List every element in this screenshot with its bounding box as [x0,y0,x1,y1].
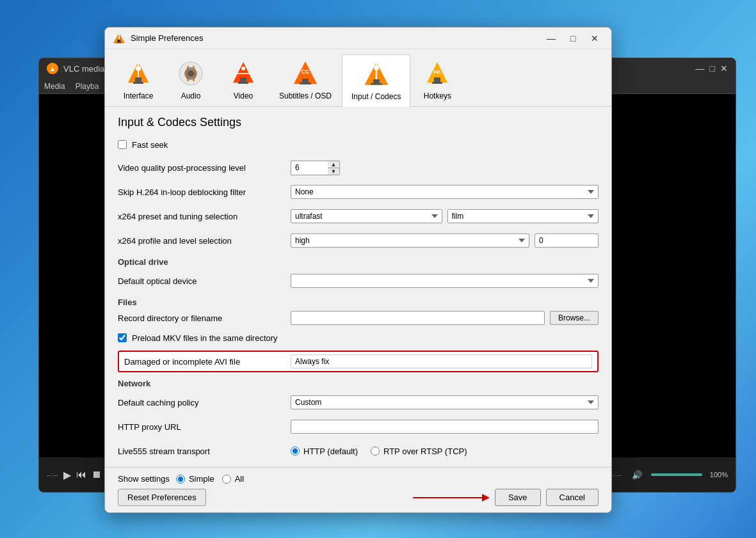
action-buttons: Save Cancel [495,489,599,506]
input-codecs-icon [361,59,392,90]
dialog-title: Simple Preferences [131,33,542,43]
video-quality-spinbox: ▲ ▼ [291,161,599,175]
hotkeys-icon: HK [422,58,453,89]
record-dir-input[interactable] [291,311,545,325]
window-controls: — □ ✕ [542,32,604,45]
tab-audio-label: Audio [181,91,201,100]
preload-mkv-label: Preload MKV files in the same directory [132,333,278,343]
http-proxy-input[interactable] [291,420,599,434]
dialog-titlebar: Simple Preferences — □ ✕ [105,28,611,49]
svg-rect-15 [238,82,248,84]
svg-rect-7 [133,82,143,84]
tab-interface[interactable]: Interface [113,54,164,106]
default-optical-label: Default optical device [118,276,291,286]
x264-preset-row: x264 preset and tuning selection ultrafa… [118,206,599,226]
damaged-avi-select[interactable]: Always fix Ask Never fix [291,354,592,368]
svg-rect-14 [240,77,246,83]
live555-row: Live555 stream transport HTTP (default) … [118,441,599,461]
caching-label: Default caching policy [118,398,291,407]
show-settings-row: Show settings Simple All [118,474,599,484]
x264-preset-select[interactable]: ultrafast superfast veryfast faster fast… [291,209,442,223]
close-button[interactable]: ✕ [586,32,604,45]
http-proxy-label: HTTP proxy URL [118,422,291,432]
vlc-bg-close[interactable]: ✕ [720,63,728,74]
http-proxy-input-wrap [291,420,599,434]
minimize-button[interactable]: — [542,32,560,45]
x264-preset-label: x264 preset and tuning selection [118,212,291,221]
fast-seek-checkbox[interactable] [118,140,127,149]
fast-seek-row: Fast seek [118,136,599,154]
svg-rect-6 [135,77,141,83]
tab-video[interactable]: Video [218,54,269,106]
tab-subtitles-label: Subtitles / OSD [279,91,332,100]
play-button[interactable]: ▶ [63,469,71,481]
page-title: Input & Codecs Settings [105,107,611,136]
x264-level-input[interactable] [535,233,599,248]
video-quality-input[interactable] [291,161,328,175]
network-header: Network [118,379,599,388]
vlc-bg-minimize[interactable]: — [696,63,705,74]
vlc-title-icon [113,32,125,45]
simple-settings-label: Simple [189,474,214,484]
default-optical-select[interactable] [291,274,599,288]
save-arrow [413,491,490,504]
damaged-avi-select-wrap: Always fix Ask Never fix [291,354,592,368]
volume-bar[interactable] [651,473,702,476]
vlc-menu-playback[interactable]: Playba [76,82,99,91]
preload-mkv-row: Preload MKV files in the same directory [118,329,599,347]
live555-radio-group: HTTP (default) RTP over RTSP (TCP) [291,447,599,456]
tab-input-codecs-label: Input / Codecs [351,92,401,101]
save-button[interactable]: Save [495,489,541,506]
footer-actions: Reset Preferences Save Cancel [118,489,599,506]
tab-subtitles[interactable]: CC Subtitles / OSD [270,54,341,106]
settings-content: Fast seek Video quality post-processing … [105,136,611,467]
tab-video-label: Video [234,91,253,100]
preload-mkv-checkbox[interactable] [118,333,127,342]
arrow-indicator [206,491,490,504]
caching-select-wrap: Custom Lowest latency Low latency Normal… [291,395,599,409]
tab-hotkeys-label: Hotkeys [424,91,451,100]
volume-icon: 🔊 [632,470,642,480]
svg-rect-29 [434,77,440,83]
simple-settings-radio[interactable] [176,475,185,484]
fast-seek-label: Fast seek [132,140,168,150]
vlc-bg-maximize[interactable]: □ [710,63,715,74]
reset-preferences-button[interactable]: Reset Preferences [118,489,206,506]
skip-h264-select[interactable]: None Non-ref Bidir Non-key All [291,185,599,199]
files-header: Files [118,297,599,307]
damaged-avi-label: Damaged or incomplete AVI file [124,357,291,367]
time-display: --:-- [47,471,58,479]
tab-input-codecs[interactable]: Input / Codecs [342,54,410,107]
skip-h264-label: Skip H.264 in-loop deblocking filter [118,187,291,197]
x264-profile-row: x264 profile and level selection high ba… [118,230,599,251]
x264-profile-select[interactable]: high baseline main high10 high422 high44… [291,233,529,248]
cancel-button[interactable]: Cancel [546,489,599,506]
spinbox-up[interactable]: ▲ [328,161,339,168]
live555-http-radio[interactable] [291,447,300,455]
volume-label: 100% [710,471,728,479]
x264-preset-selects: ultrafast superfast veryfast faster fast… [291,209,599,223]
x264-tuning-select[interactable]: film animation grain stillimage psnr ssi… [447,209,599,223]
tab-audio[interactable]: Audio [165,54,216,106]
interface-icon [123,58,154,89]
tab-hotkeys[interactable]: HK Hotkeys [412,54,463,106]
browse-button[interactable]: Browse... [550,311,599,325]
skip-h264-row: Skip H.264 in-loop deblocking filter Non… [118,182,599,202]
caching-select[interactable]: Custom Lowest latency Low latency Normal… [291,395,599,409]
default-optical-select-wrap [291,274,599,288]
dialog-footer: Show settings Simple All Reset Preferenc… [105,467,611,512]
svg-text:CC: CC [302,68,310,75]
tab-interface-label: Interface [124,91,154,100]
spinbox-down[interactable]: ▼ [328,168,339,175]
video-quality-label: Video quality post-processing level [118,163,291,173]
maximize-button[interactable]: □ [564,32,582,45]
prev-button[interactable]: ⏮ [76,469,86,480]
damaged-avi-row: Damaged or incomplete AVI file Always fi… [118,351,599,372]
caching-row: Default caching policy Custom Lowest lat… [118,392,599,413]
all-settings-radio[interactable] [222,475,231,484]
svg-rect-20 [300,83,311,84]
svg-point-16 [241,67,245,70]
vlc-menu-media[interactable]: Media [44,82,65,91]
live555-rtp-radio[interactable] [371,447,380,455]
stop-button[interactable]: ⏹ [92,469,102,480]
